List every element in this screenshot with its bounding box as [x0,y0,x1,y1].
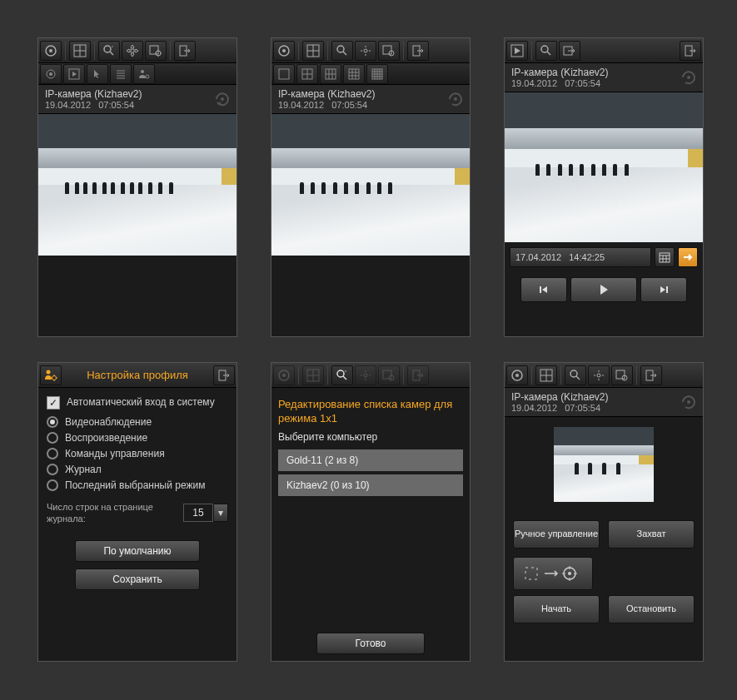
camera-name: IP-камера (Kizhaev2) [511,67,681,78]
cursor-icon[interactable] [87,64,108,84]
prev-button[interactable] [520,277,567,302]
lines-spinner[interactable]: 15 ▾ [183,504,228,522]
zoom-icon[interactable] [565,365,586,385]
mode-radio-3[interactable]: Команды управления [47,448,228,459]
play-button[interactable] [570,277,637,302]
archive-icon[interactable] [215,92,230,107]
zoom-icon[interactable] [535,41,557,61]
svg-point-73 [337,370,344,377]
svg-point-86 [597,374,600,377]
layout-2x2-icon[interactable] [296,64,318,84]
archive-icon[interactable] [681,395,696,410]
radio-icon[interactable] [47,416,58,428]
layout-icon[interactable] [535,365,557,385]
playback-datetime[interactable]: 17.04.2012 14:42:25 [510,247,651,267]
zoom-icon[interactable] [331,365,353,385]
mode-radio-1[interactable]: Видеонаблюдение [47,416,228,428]
radio-icon[interactable] [47,464,58,475]
stop-button[interactable]: Остановить [608,595,695,623]
mode-live-icon[interactable] [273,365,295,385]
svg-line-74 [343,376,346,380]
video-thumbnail[interactable] [554,427,654,502]
layout-3x3-icon[interactable] [343,64,365,84]
mode-radio-4[interactable]: Журнал [47,464,228,475]
rec-icon[interactable] [40,64,62,84]
svg-point-5 [104,46,111,52]
settings-icon[interactable] [611,365,633,385]
radio-icon[interactable] [47,432,58,444]
start-button[interactable]: Начать [513,595,600,623]
mode-live-icon[interactable] [506,365,528,385]
panel-live-1: IP-камера (Kizhaev2) 19.04.2012 07:05:54 [37,37,237,337]
capture-button[interactable]: Захват [608,520,695,549]
settings-icon[interactable] [145,41,167,61]
layout-icon[interactable] [302,41,324,61]
dropdown-icon[interactable]: ▾ [213,504,228,522]
autologin-row[interactable]: ✓ Автоматический вход в систему [47,396,228,410]
logout-icon[interactable] [213,365,235,385]
svg-rect-7 [150,46,158,54]
svg-point-19 [221,97,224,101]
layout-3x2-icon[interactable] [320,64,341,84]
radio-icon[interactable] [47,479,58,491]
logout-icon[interactable] [680,41,701,61]
toolbar-main [38,38,237,63]
video-feed[interactable] [271,114,470,256]
panel-live-2: IP-камера (Kizhaev2) 19.04.2012 07:05:54 [271,37,471,337]
editlist-body: Редактирование списка камер для режима 1… [271,388,470,626]
mode-live-icon[interactable] [40,41,62,61]
calendar-icon[interactable] [655,247,675,267]
layout-4x4-icon[interactable] [366,64,388,84]
autologin-checkbox[interactable]: ✓ [47,396,60,410]
manual-button[interactable]: Ручное управление [513,520,600,549]
user-settings-icon[interactable] [133,64,155,84]
toolbar-main [505,38,703,63]
mode-radio-5[interactable]: Последний выбранный режим [47,479,228,491]
mode-live-icon[interactable] [273,41,295,61]
svg-point-80 [515,374,519,377]
save-button[interactable]: Сохранить [75,568,200,590]
layout-icon[interactable] [69,41,91,61]
settings-icon[interactable] [378,41,400,61]
video-feed[interactable] [38,114,237,256]
log-icon[interactable] [110,64,132,84]
list-item[interactable]: Kizhaev2 (0 из 10) [278,474,463,496]
user-settings-icon[interactable] [40,365,62,385]
camera-name: IP-камера (Kizhaev2) [511,391,681,403]
export-icon[interactable] [559,41,580,61]
editlist-subtitle: Выберите компьютер [278,431,463,443]
play-small-icon[interactable] [63,64,85,84]
next-button[interactable] [640,277,687,302]
default-button[interactable]: По умолчанию [75,540,200,562]
logout-icon[interactable] [407,365,429,385]
zoom-icon[interactable] [98,41,120,61]
zoom-icon[interactable] [331,41,353,61]
pan-icon[interactable] [355,365,376,385]
svg-line-54 [547,52,550,55]
svg-rect-91 [525,568,537,579]
logout-icon[interactable] [174,41,196,61]
radio-icon[interactable] [47,448,58,459]
svg-rect-28 [383,46,391,54]
goto-icon[interactable] [678,247,698,267]
done-button[interactable]: Готово [316,633,425,654]
pan-icon[interactable] [122,41,143,61]
focus-target-button[interactable] [513,557,593,590]
logout-icon[interactable] [640,365,662,385]
video-feed[interactable] [505,92,703,242]
list-item[interactable]: Gold-11 (2 из 8) [278,449,463,471]
svg-rect-39 [349,69,359,79]
archive-icon[interactable] [448,92,463,107]
profile-header: Настройка профиля [38,363,237,388]
mode-radio-2[interactable]: Воспроизведение [47,432,228,444]
pan-icon[interactable] [588,365,610,385]
svg-point-84 [570,370,577,377]
logout-icon[interactable] [407,41,429,61]
settings-icon[interactable] [378,365,400,385]
play-mode-icon[interactable] [506,41,528,61]
archive-icon[interactable] [681,70,696,85]
profile-body: ✓ Автоматический вход в систему Видеонаб… [38,388,237,605]
layout-1x1-icon[interactable] [273,64,295,84]
layout-icon[interactable] [302,365,324,385]
pan-icon[interactable] [355,41,376,61]
